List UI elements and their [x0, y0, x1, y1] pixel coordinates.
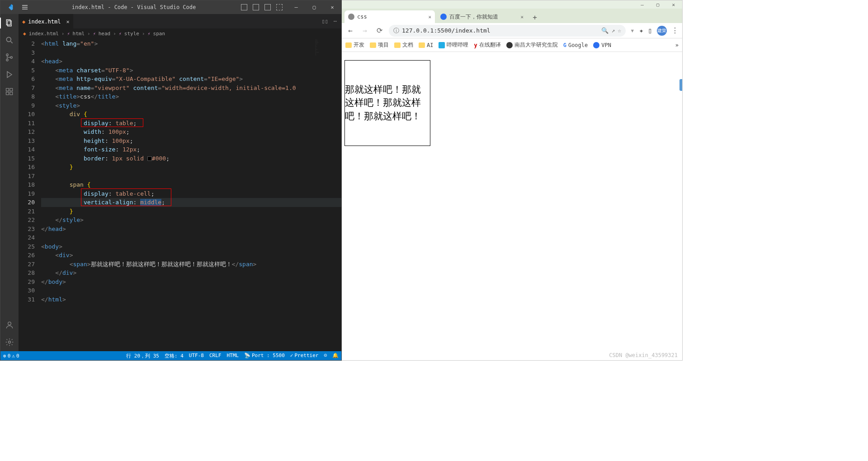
maximize-icon[interactable]: ▢: [305, 0, 323, 14]
bookmarks-overflow-icon[interactable]: »: [675, 42, 679, 48]
breadcrumb-item[interactable]: span: [153, 31, 165, 37]
reload-icon[interactable]: ⟳: [374, 26, 384, 36]
extensions-puzzle-icon[interactable]: ✦: [639, 26, 644, 35]
vscode-titlebar[interactable]: index.html - Code - Visual Studio Code —…: [0, 0, 341, 14]
watermark-text: CSDN @weixin_43599321: [609, 352, 678, 358]
share-icon[interactable]: ↗: [611, 27, 615, 34]
breadcrumb-item[interactable]: style: [124, 31, 139, 37]
bookmark-item[interactable]: AI: [419, 42, 433, 48]
status-feedback-icon[interactable]: ☺: [321, 353, 330, 358]
source-control-icon[interactable]: [4, 52, 15, 63]
svg-point-10: [8, 322, 11, 325]
breadcrumb-item[interactable]: head: [99, 31, 111, 37]
html-file-icon: ◆: [22, 19, 25, 25]
minimize-icon[interactable]: —: [641, 2, 644, 8]
menu-dots-icon[interactable]: ⋮: [671, 26, 679, 35]
menu-icon[interactable]: [19, 4, 31, 10]
url-text: 127.0.0.1:5500/index.html: [402, 27, 491, 34]
bookmark-item[interactable]: y在线翻译: [474, 41, 500, 49]
tab-index-html[interactable]: ◆ index.html ✕: [19, 14, 73, 28]
svg-rect-0: [6, 20, 10, 25]
status-encoding[interactable]: UTF-8: [186, 353, 207, 358]
search-in-page-icon[interactable]: 🔍: [601, 27, 609, 34]
forward-icon[interactable]: →: [360, 26, 370, 36]
svg-rect-1: [8, 21, 11, 26]
status-cursor-pos[interactable]: 行 20，列 35: [123, 353, 162, 359]
bookmark-item[interactable]: 文档: [394, 41, 413, 49]
editor-tabs: ◆ index.html ✕ ▯▯ ⋯: [19, 14, 341, 28]
bookmark-item[interactable]: 哔哩哔哩: [439, 41, 468, 49]
chrome-window: — ▢ ✕ css ✕ 百度一下，你就知道 ✕ + ← → ⟳ ⓘ 127.0.…: [342, 0, 683, 361]
bookmark-item[interactable]: 项目: [370, 41, 389, 49]
bookmark-item[interactable]: VPN: [593, 42, 611, 48]
bookmarks-bar: 开发 项目 文档 AI 哔哩哔哩 y在线翻译 南昌大学研究生院 GGoogle …: [342, 38, 682, 52]
chrome-tabstrip: css ✕ 百度一下，你就知道 ✕ +: [342, 9, 682, 23]
chrome-window-controls: — ▢ ✕: [342, 0, 682, 9]
more-icon[interactable]: ⋯: [334, 18, 337, 24]
svg-point-3: [6, 54, 8, 56]
baidu-icon: [440, 14, 447, 20]
svg-rect-7: [6, 92, 9, 95]
tab-close-icon[interactable]: ✕: [66, 19, 69, 25]
run-debug-icon[interactable]: [4, 69, 15, 80]
maximize-icon[interactable]: ▢: [656, 2, 660, 8]
scroll-indicator[interactable]: [679, 79, 682, 91]
vscode-logo-icon: [0, 4, 19, 11]
breadcrumb-item[interactable]: index.html: [29, 31, 59, 37]
code-editor[interactable]: 2345678910111213141516171819202122232425…: [19, 38, 341, 351]
status-liveserver[interactable]: 📡 Port : 5500: [241, 353, 288, 358]
code-lines[interactable]: <html lang="en"> <head> <meta charset="U…: [41, 38, 341, 351]
minimize-icon[interactable]: —: [287, 0, 305, 14]
back-icon[interactable]: ←: [345, 26, 355, 36]
svg-rect-9: [10, 89, 13, 91]
minimap[interactable]: ━━━━━━━━━━━━━━━━━━━━━━━━━━━━━━━━━━━━━━━━…: [314, 38, 341, 351]
settings-gear-icon[interactable]: [4, 337, 15, 348]
status-eol[interactable]: CRLF: [207, 353, 224, 358]
status-bell-icon[interactable]: 🔔: [330, 353, 341, 358]
close-icon[interactable]: ✕: [672, 2, 675, 8]
line-numbers: 2345678910111213141516171819202122232425…: [19, 38, 41, 351]
svg-point-11: [9, 341, 11, 343]
new-tab-button[interactable]: +: [529, 11, 541, 23]
bookmark-item[interactable]: GGoogle: [563, 42, 588, 48]
svg-rect-8: [10, 92, 13, 95]
status-prettier[interactable]: ✓ Prettier: [288, 353, 321, 358]
tab-label: index.html: [28, 19, 61, 25]
star-icon[interactable]: ☆: [618, 27, 621, 34]
account-icon[interactable]: [4, 320, 15, 330]
status-spaces[interactable]: 空格: 4: [162, 353, 186, 359]
highlight-box-1: [81, 118, 143, 127]
breadcrumb-item[interactable]: html: [73, 31, 85, 37]
status-bar: ⊗ 0 ⚠ 0 行 20，列 35 空格: 4 UTF-8 CRLF HTML …: [0, 351, 341, 360]
extension-icon[interactable]: ▾: [630, 26, 635, 35]
side-panel-icon[interactable]: ▯: [648, 26, 652, 35]
svg-rect-6: [6, 89, 9, 91]
tab-close-icon[interactable]: ✕: [520, 14, 524, 20]
close-icon[interactable]: ✕: [323, 0, 341, 14]
profile-avatar[interactable]: 建荣: [657, 26, 667, 36]
breadcrumb[interactable]: ◆ index.html ›⚡html ›⚡head ›⚡style ›⚡spa…: [19, 28, 341, 38]
site-info-icon[interactable]: ⓘ: [393, 27, 399, 35]
tab-label: css: [357, 14, 425, 20]
editor-area: ◆ index.html ✕ ▯▯ ⋯ ◆ index.html ›⚡html …: [19, 14, 341, 351]
explorer-icon[interactable]: [0, 18, 18, 28]
address-bar-row: ← → ⟳ ⓘ 127.0.0.1:5500/index.html 🔍 ↗ ☆ …: [342, 23, 682, 38]
extensions-icon[interactable]: [4, 86, 15, 97]
svg-point-4: [6, 59, 8, 61]
split-editor-icon[interactable]: ▯▯: [321, 18, 328, 24]
bookmark-item[interactable]: 开发: [345, 41, 364, 49]
svg-point-2: [6, 37, 11, 42]
tab-css[interactable]: css ✕: [344, 10, 435, 23]
tab-close-icon[interactable]: ✕: [428, 14, 431, 20]
search-icon[interactable]: [4, 35, 15, 46]
tab-baidu[interactable]: 百度一下，你就知道 ✕: [437, 10, 527, 23]
status-lang[interactable]: HTML: [224, 353, 241, 358]
layout-controls[interactable]: [236, 4, 287, 10]
bookmark-item[interactable]: 南昌大学研究生院: [506, 41, 558, 49]
status-problems[interactable]: ⊗ 0 ⚠ 0: [0, 351, 22, 360]
highlight-box-2: [81, 188, 171, 206]
address-bar[interactable]: ⓘ 127.0.0.1:5500/index.html 🔍 ↗ ☆: [389, 25, 626, 37]
demo-span: 那就这样吧！那就这样吧！那就这样吧！那就这样吧！: [345, 61, 430, 146]
html-file-icon: ◆: [23, 31, 26, 37]
demo-div: 那就这样吧！那就这样吧！那就这样吧！那就这样吧！: [344, 60, 430, 146]
